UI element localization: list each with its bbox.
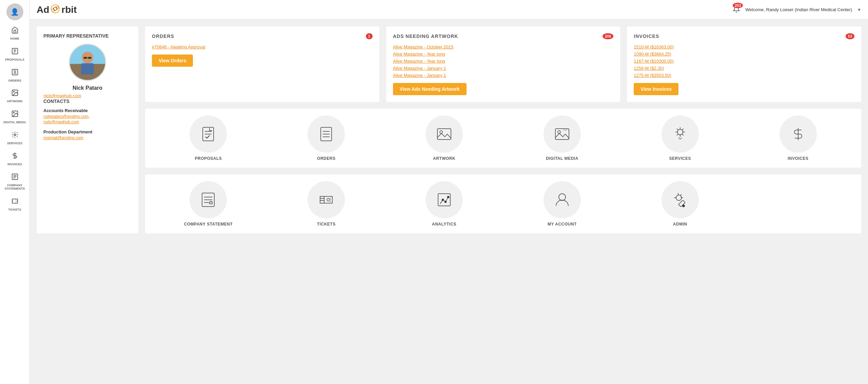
view-ads-button[interactable]: View Ads Needing Artwork [393,83,467,95]
sidebar-item-services[interactable]: SERVICES [0,128,29,149]
invoices-grid-icon [789,125,807,143]
sidebar-label-services: SERVICES [7,142,22,145]
sidebar-label-home: HOME [10,37,19,41]
icon-circle-proposals[interactable] [190,115,227,153]
contact-email-ar-1[interactable]: rudypataro@aysling.com, [43,114,132,119]
header: Ad rbit 253 Welcome, Randy Loeser (India… [30,0,868,20]
icon-label-artwork: ARTWORK [433,156,455,161]
icon-circle-invoices[interactable] [780,115,817,153]
invoices-panel-header: INVOICES 53 [634,33,854,39]
top-panels: ORDERS 1 #70848 - Awaiting Approval View… [145,26,861,102]
contacts-title: CONTACTS [43,99,132,104]
digital-media-grid-icon [553,125,571,143]
svg-line-47 [682,134,684,135]
ads-link-4[interactable]: Alive Magazine - January 1 [393,73,614,78]
services-icon [11,131,19,141]
ads-badge: 206 [603,33,613,39]
invoice-link-2[interactable]: 1167-M ($10300.00) [634,59,854,64]
notification-badge[interactable]: 253 [733,5,740,14]
invoice-link-3[interactable]: 1256-M ($2.30) [634,66,854,71]
sidebar-label-tickets: TICKETS [8,208,21,212]
orders-grid-icon [317,125,335,143]
orders-panel-header: ORDERS 1 [152,33,373,39]
icon-label-services: SERVICES [669,156,691,161]
sidebar-item-artwork[interactable]: ARTWORK [0,86,29,107]
icon-circle-my-account[interactable] [544,181,581,218]
sidebar-item-orders[interactable]: ORDERS [0,65,29,86]
sidebar: 👤 HOME PROPOSALS ORDERS ARTWORK DIGITAL … [0,0,30,384]
rep-photo-svg [70,44,105,81]
invoice-link-4[interactable]: 1275-M ($3503.50) [634,73,854,78]
icon-analytics[interactable]: ANALYTICS [388,181,501,227]
sidebar-item-company-statements[interactable]: COMPANY STATEMENTS [0,170,29,194]
svg-point-11 [13,112,14,113]
icon-invoices[interactable]: INVOICES [742,115,854,161]
sidebar-item-proposals[interactable]: PROPOSALS [0,44,29,65]
view-invoices-button[interactable]: View Invoices [634,83,678,95]
icon-circle-tickets[interactable] [308,181,345,218]
sidebar-avatar: 👤 [6,3,23,20]
svg-point-60 [445,201,447,203]
orders-link-0[interactable]: #70848 - Awaiting Approval [152,44,373,49]
logo-text-ad: Ad [37,4,49,15]
svg-point-37 [440,131,442,133]
logo[interactable]: Ad rbit [37,3,77,16]
icon-services[interactable]: SERVICES [624,115,736,161]
icon-digital-media[interactable]: DIGITAL MEDIA [506,115,619,161]
ads-link-1[interactable]: Alive Magazine - Year long [393,51,614,57]
icon-circle-analytics[interactable] [426,181,463,218]
sidebar-label-proposals: PROPOSALS [5,58,24,62]
svg-line-46 [677,129,678,130]
ads-link-2[interactable]: Alive Magazine - Year long [393,59,614,64]
ads-panel-title: ADS NEEDING ARTWORK [393,34,458,39]
icon-tickets[interactable]: TICKETS [270,181,383,227]
icon-circle-digital-media[interactable] [544,115,581,153]
icon-company-statement[interactable]: COMPANY STATEMENT [152,181,265,227]
svg-line-49 [677,134,678,135]
icon-label-company-statement: COMPANY STATEMENT [184,222,233,227]
icon-circle-orders[interactable] [308,115,345,153]
admin-grid-icon [671,191,689,209]
icon-circle-services[interactable] [662,115,699,153]
home-icon [11,26,19,36]
svg-rect-38 [555,129,569,140]
sidebar-item-home[interactable]: HOME [0,23,29,44]
invoice-link-0[interactable]: 1510-M ($16363.00) [634,44,854,49]
icon-orders[interactable]: ORDERS [270,115,383,161]
icon-circle-admin[interactable] [662,181,699,218]
svg-rect-26 [84,57,87,59]
orders-badge: 1 [366,33,373,39]
ads-panel: ADS NEEDING ARTWORK 206 Alive Magazine -… [386,26,620,102]
artwork-icon [11,89,19,99]
svg-point-21 [58,6,59,8]
proposals-icon [11,47,19,57]
icon-label-proposals: PROPOSALS [195,156,222,161]
contact-email-prod[interactable]: noemail@aysling.com [43,135,132,140]
svg-point-61 [448,196,449,198]
digital-media-icon [11,110,19,120]
ads-link-0[interactable]: Alive Magazine - October 2015 [393,44,614,49]
icon-label-invoices: INVOICES [788,156,808,161]
main-content: Ad rbit 253 Welcome, Randy Loeser (India… [30,0,868,384]
sidebar-item-invoices[interactable]: INVOICES [0,149,29,170]
icon-artwork[interactable]: ARTWORK [388,115,501,161]
icon-label-orders: ORDERS [317,156,335,161]
ads-link-3[interactable]: Alive Magazine - January 1 [393,66,614,71]
sidebar-item-tickets[interactable]: TICKETS [0,194,29,215]
dashboard: PRIMARY REPRESENTATIVE Nick Pataro ni [37,26,861,233]
icon-admin[interactable]: ADMIN [624,181,736,227]
icon-label-tickets: TICKETS [317,222,336,227]
svg-point-12 [14,134,16,136]
header-dropdown-arrow[interactable]: ▼ [857,7,861,12]
view-orders-button[interactable]: View Orders [152,55,193,67]
rep-email[interactable]: nick@maghub.com [43,93,81,98]
invoice-link-1[interactable]: 1090-M ($3664.25) [634,51,854,57]
sidebar-item-digital-media[interactable]: DIGITAL MEDIA [0,107,29,128]
icon-circle-artwork[interactable] [426,115,463,153]
icon-my-account[interactable]: MY ACCOUNT [506,181,619,227]
contact-email-ar-2[interactable]: rudy@maghub.com [43,120,132,124]
icon-proposals[interactable]: PROPOSALS [152,115,265,161]
orders-icon [11,68,19,78]
icon-circle-company-statement[interactable] [190,181,227,218]
invoices-panel-title: INVOICES [634,34,659,39]
